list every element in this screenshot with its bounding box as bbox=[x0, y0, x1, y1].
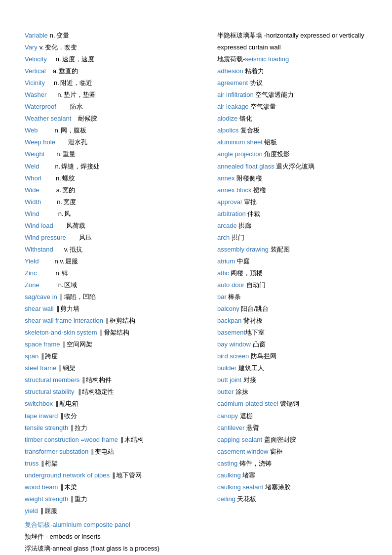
term-cn: 凸窗 bbox=[253, 341, 266, 348]
term-cn: 钢架 bbox=[63, 362, 76, 374]
term-en: Velocity bbox=[25, 53, 47, 65]
term-cn: 风荷载 bbox=[66, 220, 85, 232]
term-cn: 风 bbox=[64, 208, 71, 220]
term-cn: 屈服 bbox=[44, 505, 57, 517]
entry-shear-wall: shear wall ∥ 剪力墙 bbox=[25, 303, 207, 315]
term-cn: 自动门 bbox=[246, 281, 266, 289]
term-en: bar bbox=[217, 293, 227, 300]
entry-annex-block: annex block 裙楼 bbox=[217, 184, 367, 196]
term-en: structural stability bbox=[25, 386, 74, 398]
term-cn: 塌陷，凹陷 bbox=[64, 291, 96, 303]
term-pos: n. bbox=[50, 30, 55, 42]
entry-shear-wall-frame: shear wall frame interaction ∥ 框剪结构 bbox=[25, 315, 207, 327]
term-cn: 泄水孔 bbox=[68, 136, 87, 148]
entry-wind: Wind n. 风 bbox=[25, 208, 207, 220]
content-area: Variable n. 变量 Vary v. 变化，改变 Velocity n.… bbox=[25, 30, 367, 555]
term-cn: 窗框 bbox=[270, 448, 283, 455]
term-pos: a. bbox=[53, 65, 58, 77]
entry-wind-pressure: Wind pressure 风压 bbox=[25, 232, 207, 244]
entry-basement: basement地下室 bbox=[217, 327, 367, 339]
term-en: Zinc bbox=[25, 267, 37, 279]
entry-structural-members: structural members ∥ 结构构件 bbox=[25, 374, 207, 386]
entry-span: span ∥ 跨度 bbox=[25, 350, 207, 362]
term-en: atrium bbox=[217, 257, 235, 265]
term-en: space frame bbox=[25, 339, 60, 350]
term-en: balcony bbox=[217, 305, 239, 312]
term-cn: 配电箱 bbox=[59, 398, 78, 410]
term-pos: n. bbox=[56, 148, 62, 160]
term-cn: 耐候胶 bbox=[78, 113, 97, 125]
entry-washer: Washer n. 垫片，垫圈 bbox=[25, 89, 207, 101]
entry-underground: underground network of pipes ∥ 地下管网 bbox=[25, 470, 207, 481]
term-cn: 宽的 bbox=[62, 184, 75, 196]
term-cn: 屈服 bbox=[65, 256, 78, 267]
term-en: Waterproof bbox=[25, 101, 56, 113]
entry-assembly-drawing: assembly drawing 装配图 bbox=[217, 244, 367, 256]
term-cn: 变化，改变 bbox=[45, 42, 77, 53]
term-text: 半隐框玻璃幕墙 -horizontally expressed or verti… bbox=[217, 32, 364, 51]
entry-transformer: transformer substation ∥ 变电站 bbox=[25, 446, 207, 458]
term-pos: v. bbox=[39, 42, 44, 53]
term-en: transformer substation bbox=[25, 446, 88, 458]
term-cn: 拉力 bbox=[75, 422, 87, 434]
term-en: Weep hole bbox=[25, 136, 55, 148]
entry-balcony: balcony 阳台/跳台 bbox=[217, 303, 367, 315]
term-cn: 盖面密封胶 bbox=[264, 436, 296, 443]
entry-cantilever: cantilever 悬臂 bbox=[217, 422, 367, 434]
entry-waterproof: Waterproof 防水 bbox=[25, 101, 207, 113]
term-pos: n. bbox=[57, 89, 63, 101]
entry-wind-load: Wind load 风荷载 bbox=[25, 220, 207, 232]
term-en: Washer bbox=[25, 89, 46, 101]
term-cn: 对接 bbox=[243, 376, 256, 384]
entry-builder: builder 建筑工人 bbox=[217, 362, 367, 374]
entry-withstand: Withstand v. 抵抗 bbox=[25, 244, 207, 256]
term-en: annex block bbox=[217, 186, 251, 194]
right-column: 半隐框玻璃幕墙 -horizontally expressed or verti… bbox=[217, 30, 367, 555]
entry-annealed-float-glass: annealed float glass 退火浮化玻璃 bbox=[217, 161, 367, 172]
entry-vertical: Vertical a. 垂直的 bbox=[25, 65, 207, 77]
term-pos: n. bbox=[54, 77, 59, 89]
entry-casting: casting 铸件，浇铸 bbox=[217, 458, 367, 470]
entry-vicinity: Vicinity n. 附近，临近 bbox=[25, 77, 207, 89]
term-en: sag/cave in bbox=[25, 291, 57, 303]
term-en: caulking bbox=[217, 471, 241, 479]
term-cn: 螺纹 bbox=[62, 172, 75, 184]
term-pos: n. bbox=[56, 53, 61, 65]
term-cn: 涂抹 bbox=[235, 388, 248, 395]
entry-web: Web n. 网，腹板 bbox=[25, 125, 207, 136]
entry-velocity: Velocity n. 速度，速度 bbox=[25, 53, 207, 65]
term-cn: 附近，临近 bbox=[60, 77, 92, 89]
term-en: timber construction =wood frame bbox=[25, 434, 118, 446]
term-en: yield bbox=[25, 505, 38, 517]
term-cn: 抵抗 bbox=[70, 244, 82, 256]
term-cn: 结构构件 bbox=[86, 374, 112, 386]
entry-dizhen: 地震荷载-seismic loading bbox=[217, 53, 367, 65]
term-cn: 防水 bbox=[70, 101, 83, 113]
entry-attic: attic 阁楼，顶楼 bbox=[217, 267, 367, 279]
entry-air-leakage: air leakage 空气渗量 bbox=[217, 101, 367, 113]
entry-arcade: arcade 拱廊 bbox=[217, 220, 367, 232]
term-cn: 焊缝，焊接处 bbox=[61, 161, 100, 172]
entry-skeleton: skeleton-and-skin system ∥ 骨架结构 bbox=[25, 327, 207, 339]
entry-bay-window: bay window 凸窗 bbox=[217, 339, 367, 350]
term-cn: 防鸟拦网 bbox=[251, 352, 276, 360]
entry-approval: approval 审批 bbox=[217, 196, 367, 208]
entry-yumaijian: 预埋件 - embeds or inserts bbox=[25, 531, 207, 543]
term-cn: 变量 bbox=[56, 30, 69, 42]
term-cn: 堵塞 bbox=[242, 471, 255, 479]
entry-agreement: agreement 协议 bbox=[217, 77, 367, 89]
term-cn: 铸件，浇铸 bbox=[239, 460, 272, 467]
term-en: underground network of pipes bbox=[25, 470, 110, 481]
term-en: arch bbox=[217, 234, 230, 241]
entry-wide: Wide a. 宽的 bbox=[25, 184, 207, 196]
term-en: switchbox bbox=[25, 398, 53, 410]
term-en: tape inward bbox=[25, 410, 58, 422]
entry-yield: Yield n.v. 屈服 bbox=[25, 256, 207, 267]
term-cn: 背衬板 bbox=[243, 317, 263, 324]
term-en: assembly drawing bbox=[217, 246, 269, 253]
term-cn: 天花板 bbox=[237, 495, 256, 503]
term-en: Web bbox=[25, 125, 38, 136]
term-pos: n. bbox=[55, 161, 60, 172]
term-en: aluminum sheet bbox=[217, 138, 263, 146]
term-en: bay window bbox=[217, 341, 251, 348]
